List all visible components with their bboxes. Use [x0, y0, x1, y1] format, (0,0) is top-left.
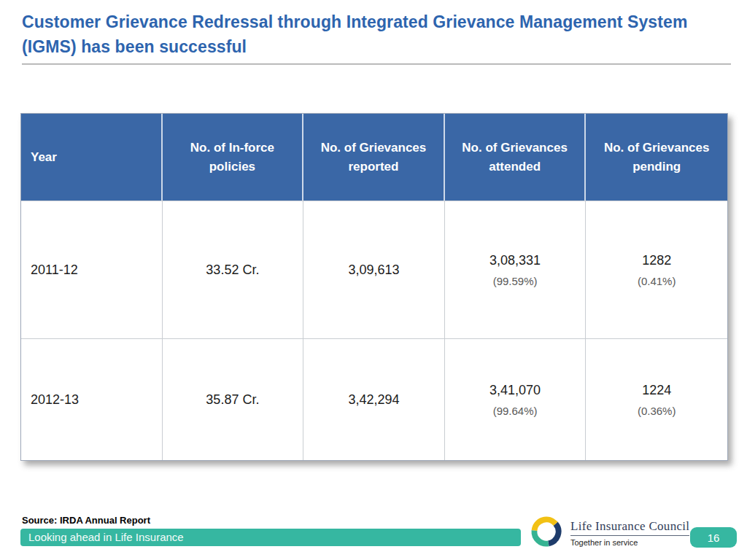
cell-grievances-pending: 1224 (0.36%) [586, 339, 727, 460]
logo-tagline: Together in service [570, 538, 689, 547]
pending-percent: (0.36%) [638, 405, 676, 417]
column-header-grievances-reported: No. of Grievances reported [303, 114, 445, 201]
slide-title: Customer Grievance Redressal through Int… [22, 9, 709, 59]
cell-grievances-reported: 3,42,294 [303, 339, 445, 460]
cell-grievances-attended: 3,41,070 (99.64%) [445, 339, 587, 460]
attended-percent: (99.64%) [493, 405, 538, 417]
grievance-table: Year No. of In-force policies No. of Gri… [20, 113, 728, 461]
life-insurance-council-logo: Life Insurance Council Together in servi… [530, 515, 689, 548]
cell-grievances-pending: 1282 (0.41%) [586, 201, 727, 338]
column-header-grievances-pending: No. of Grievances pending [586, 114, 727, 201]
presentation-slide: Customer Grievance Redressal through Int… [0, 0, 747, 560]
logo-name: Life Insurance Council [570, 519, 689, 536]
pending-percent: (0.41%) [638, 275, 676, 287]
cell-year: 2011-12 [21, 201, 163, 338]
cell-inforce-policies: 35.87 Cr. [163, 339, 304, 460]
cell-year: 2012-13 [21, 339, 163, 460]
pending-value: 1224 [642, 383, 671, 398]
cell-grievances-attended: 3,08,331 (99.59%) [445, 201, 587, 338]
table-row-2012-13: 2012-13 35.87 Cr. 3,42,294 3,41,070 (99.… [21, 338, 727, 460]
cell-grievances-reported: 3,09,613 [303, 201, 445, 338]
table-row-2011-12: 2011-12 33.52 Cr. 3,09,613 3,08,331 (99.… [21, 201, 727, 338]
attended-value: 3,41,070 [489, 383, 541, 398]
title-divider [22, 63, 731, 65]
page-number-badge: 16 [690, 527, 737, 548]
logo-text: Life Insurance Council Together in servi… [570, 515, 689, 547]
pending-value: 1282 [642, 253, 671, 268]
attended-value: 3,08,331 [489, 253, 541, 268]
footer-tagline-bar: Looking ahead in Life Insurance [20, 529, 521, 546]
attended-percent: (99.59%) [493, 275, 538, 287]
column-header-year: Year [21, 114, 163, 201]
cell-inforce-policies: 33.52 Cr. [163, 201, 304, 338]
column-header-inforce-policies: No. of In-force policies [163, 114, 304, 201]
life-insurance-council-logo-icon [530, 515, 563, 548]
source-note: Source: IRDA Annual Report [22, 515, 150, 526]
table-header-row: Year No. of In-force policies No. of Gri… [21, 114, 727, 201]
column-header-grievances-attended: No. of Grievances attended [445, 114, 587, 201]
